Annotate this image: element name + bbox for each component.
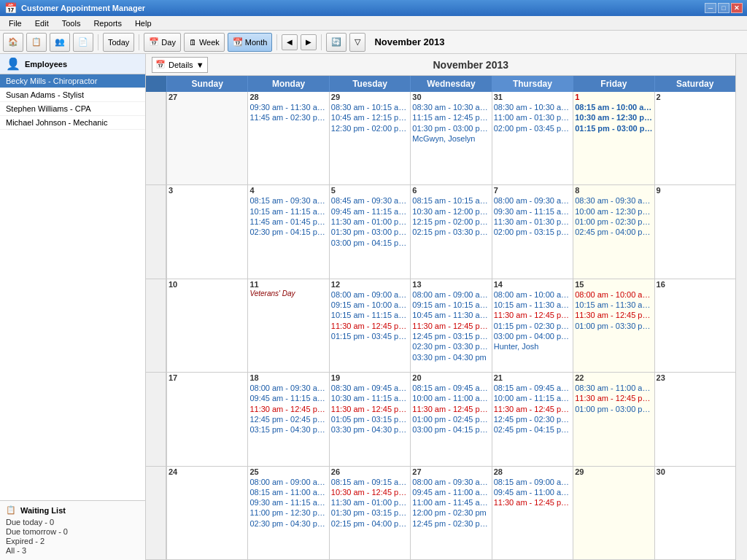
- week-num-3: [146, 373, 166, 465]
- header-wednesday: Wednesday: [410, 76, 491, 92]
- today-button[interactable]: Today: [103, 33, 134, 52]
- employees-header: 👤 Employees: [0, 54, 145, 74]
- waiting-icon: 📋: [6, 505, 16, 515]
- day-cell-w3-d0[interactable]: 17: [166, 373, 247, 465]
- day-number: 23: [657, 373, 734, 382]
- menu-help[interactable]: Help: [129, 18, 158, 29]
- appointment-0: 09:30 am - 11:30 am Romero, Juliet: [249, 102, 327, 112]
- appointment-0: 08:00 am - 10:00 am off: [575, 289, 652, 300]
- day-cell-w0-d4[interactable]: 3108:30 am - 10:30 am Hampton, Kelli11:0…: [492, 92, 573, 184]
- day-cell-w1-d4[interactable]: 708:00 am - 09:30 am Hanson, Michelle09:…: [492, 185, 573, 278]
- day-cell-w1-d0[interactable]: 3: [166, 185, 247, 278]
- appointment-2: 01:15 pm - 03:00 pm Shamrock, Red: [575, 123, 652, 133]
- day-cell-w0-d6[interactable]: 2: [654, 92, 735, 184]
- appointment-2: 11:00 am - 11:45 am Lee, Jenna: [412, 497, 489, 508]
- day-cell-w0-d5[interactable]: 108:15 am - 10:00 am Simpson, Michelle10…: [573, 92, 654, 184]
- appointment-3: 11:30 am - 12:45 pm off: [412, 321, 489, 331]
- day-cell-w4-d6[interactable]: 30: [654, 467, 735, 559]
- day-cell-w2-d5[interactable]: 1508:00 am - 10:00 am off10:15 am - 11:3…: [573, 279, 654, 372]
- employee-item-3[interactable]: Michael Johnson - Mechanic: [0, 116, 145, 130]
- appointment-1: 10:15 am - 11:15 am O'Hare, Linda: [249, 206, 327, 217]
- calendar-area: 📅 Details ▼ November 2013 Sunday Monday …: [146, 54, 735, 560]
- day-cell-w4-d2[interactable]: 2608:15 am - 09:15 am Umbquist, Mac10:30…: [329, 467, 410, 559]
- appointment-1: 09:30 am - 11:15 am Livingston, Samuel: [494, 206, 571, 217]
- appointment-1: 10:00 am - 11:00 am Schlep, Lucas: [412, 393, 489, 403]
- header-thursday: Thursday: [492, 76, 573, 92]
- refresh-button[interactable]: 🔄: [326, 33, 347, 52]
- day-number: 11: [249, 280, 327, 289]
- appointment-2: 11:30 am - 12:45 pm off: [412, 404, 489, 414]
- day-cell-w3-d5[interactable]: 2208:30 am - 11:00 am Michelson, Craig11…: [573, 373, 654, 465]
- day-number: 15: [575, 280, 652, 289]
- next-button[interactable]: ▶: [301, 34, 317, 50]
- employee-item-1[interactable]: Susan Adams - Stylist: [0, 88, 145, 102]
- day-cell-w1-d3[interactable]: 608:15 am - 10:15 am Thompson, Tony10:30…: [410, 185, 491, 278]
- appointment-0: 08:00 am - 09:00 am Jacobson, Doug: [249, 477, 327, 487]
- employee-item-0[interactable]: Becky Mills - Chiropractor: [0, 74, 145, 88]
- day-number: 10: [169, 280, 246, 289]
- appointment-3: 01:30 pm - 03:00 pm Smith, Joe: [331, 227, 409, 237]
- appointment-2: 11:45 am - 01:45 pm Wood, Debra: [249, 217, 327, 227]
- waiting-label: Waiting List: [20, 506, 66, 515]
- appointment-0: 08:15 am - 09:15 am Umbquist, Mac: [331, 477, 409, 487]
- icon-btn-2[interactable]: 📋: [26, 33, 47, 52]
- filter-button[interactable]: ▽: [349, 33, 365, 52]
- icon-btn-1[interactable]: 🏠: [3, 33, 23, 52]
- scrollbar[interactable]: [735, 54, 747, 560]
- day-cell-w0-d3[interactable]: 3008:30 am - 10:30 am Jones, Mary11:15 a…: [410, 92, 491, 184]
- day-cell-w4-d5[interactable]: 29: [573, 467, 654, 559]
- menu-edit[interactable]: Edit: [29, 18, 55, 29]
- day-cell-w0-d2[interactable]: 2908:30 am - 10:15 am Bluthe, Kadence10:…: [329, 92, 410, 184]
- week-button[interactable]: 🗓Week: [184, 33, 225, 52]
- day-cell-w2-d3[interactable]: 1308:00 am - 09:00 am Abercrombie, Krist…: [410, 279, 491, 372]
- day-cell-w2-d4[interactable]: 1408:00 am - 10:00 am Nickleson, Larry10…: [492, 279, 573, 372]
- day-cell-w4-d0[interactable]: 24: [166, 467, 247, 559]
- icon-btn-4[interactable]: 📄: [73, 33, 93, 52]
- employee-item-2[interactable]: Stephen Williams - CPA: [0, 102, 145, 116]
- week-num-header: [146, 76, 166, 92]
- menu-reports[interactable]: Reports: [88, 18, 128, 29]
- appointment-3: 02:30 pm - 04:15 pm Andres, Cristina: [249, 227, 327, 237]
- day-cell-w3-d6[interactable]: 23: [654, 373, 735, 465]
- close-button[interactable]: ✕: [731, 3, 743, 13]
- day-cell-w4-d1[interactable]: 2508:00 am - 09:00 am Jacobson, Doug08:1…: [247, 467, 328, 559]
- dropdown-arrow: ▼: [196, 61, 204, 69]
- icon-btn-3[interactable]: 👥: [50, 33, 70, 52]
- minimize-button[interactable]: ─: [705, 3, 716, 13]
- month-button[interactable]: 📆Month: [228, 33, 273, 52]
- menu-file[interactable]: File: [3, 18, 28, 29]
- appointment-0: 08:30 am - 10:30 am Jones, Mary: [412, 102, 489, 112]
- day-number: 4: [249, 186, 327, 195]
- day-cell-w2-d1[interactable]: 11Veterans' Day: [247, 279, 328, 372]
- day-cell-w2-d6[interactable]: 16: [654, 279, 735, 372]
- appointment-4: 03:00 pm - 04:15 pm Smith, Joe: [331, 238, 409, 248]
- toolbar: 🏠 📋 👥 📄 Today 📅Day 🗓Week 📆Month ◀ ▶ 🔄 ▽ …: [0, 31, 747, 54]
- day-cell-w2-d0[interactable]: 10: [166, 279, 247, 372]
- day-cell-w2-d2[interactable]: 1208:00 am - 09:00 am Jones, Mary09:15 a…: [329, 279, 410, 372]
- day-cell-w1-d2[interactable]: 508:45 am - 09:30 am Hernandez, Emma09:4…: [329, 185, 410, 278]
- appointment-3: 12:00 pm - 02:30 pm: [412, 508, 489, 518]
- appointment-1: 09:45 am - 11:15 am Washington, Leon: [249, 393, 327, 403]
- day-number: 3: [169, 186, 246, 195]
- day-cell-w1-d1[interactable]: 408:15 am - 09:30 am Andel, Chris10:15 a…: [247, 185, 328, 278]
- menu-tools[interactable]: Tools: [56, 18, 87, 29]
- day-cell-w3-d1[interactable]: 1808:00 am - 09:30 am Lee, Jenna09:45 am…: [247, 373, 328, 465]
- day-cell-w1-d5[interactable]: 808:30 am - 09:30 am Hermann, Jennifer10…: [573, 185, 654, 278]
- day-cell-w0-d0[interactable]: 27: [166, 92, 247, 184]
- appointment-0: 08:00 am - 09:30 am Lee, Jenna: [249, 383, 327, 393]
- day-cell-w1-d6[interactable]: 9: [654, 185, 735, 278]
- day-cell-w4-d3[interactable]: 2708:00 am - 09:30 am Caldwell, Dylan09:…: [410, 467, 491, 559]
- day-number: 21: [494, 373, 571, 382]
- prev-button[interactable]: ◀: [282, 34, 298, 50]
- maximize-button[interactable]: □: [718, 3, 729, 13]
- day-button[interactable]: 📅Day: [144, 33, 181, 52]
- day-cell-w4-d4[interactable]: 2808:15 am - 09:00 am Rodriquez, Lucas09…: [492, 467, 573, 559]
- day-cell-w3-d3[interactable]: 2008:15 am - 09:45 am Underliss, George1…: [410, 373, 491, 465]
- details-dropdown[interactable]: 📅 Details ▼: [152, 57, 208, 73]
- day-cell-w3-d4[interactable]: 2108:15 am - 09:45 am Montgomery, Jorge1…: [492, 373, 573, 465]
- day-cell-w3-d2[interactable]: 1908:30 am - 09:45 am Jones, Tigger10:30…: [329, 373, 410, 465]
- day-number: 6: [412, 186, 489, 195]
- day-number: 8: [575, 186, 652, 195]
- day-cell-w0-d1[interactable]: 2809:30 am - 11:30 am Romero, Juliet11:4…: [247, 92, 328, 184]
- appointment-2: 11:30 am - 01:00 pm Tilborn, Sara: [331, 497, 409, 508]
